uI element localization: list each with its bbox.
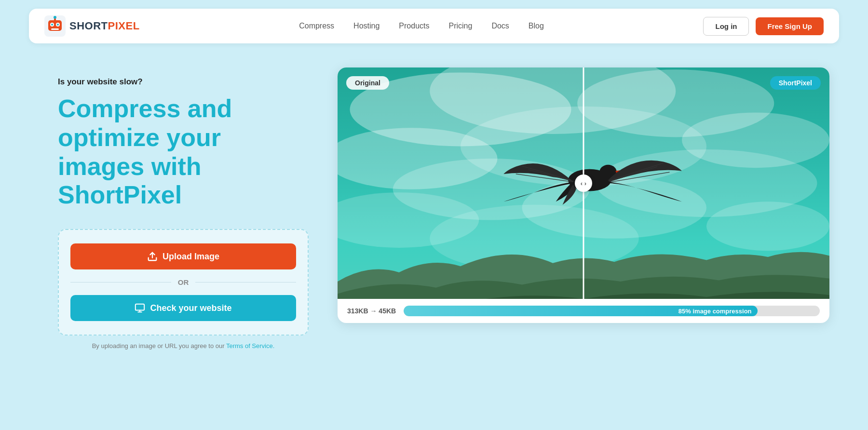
terms-text: By uploading an image or URL you agree t… [58, 342, 309, 349]
monitor-icon [135, 303, 145, 313]
login-button[interactable]: Log in [703, 17, 749, 36]
nav-blog[interactable]: Blog [529, 22, 544, 30]
logo-icon [44, 15, 66, 37]
nav-docs[interactable]: Docs [491, 22, 509, 30]
hero-left: Is your website slow? Compress and optim… [58, 63, 309, 349]
check-website-button[interactable]: Check your website [70, 295, 296, 321]
nav-pricing[interactable]: Pricing [448, 22, 472, 30]
svg-rect-9 [136, 304, 144, 310]
hero-title: Compress and optimize your images with S… [58, 94, 309, 210]
nav-products[interactable]: Products [399, 22, 429, 30]
svg-point-21 [706, 202, 829, 251]
compression-label: 85% image compression [678, 308, 752, 315]
logo[interactable]: SHORTPIXEL [44, 15, 140, 37]
compare-image-wrap: Original ShortPixel ‹ › [338, 67, 829, 299]
or-divider: OR [70, 278, 296, 286]
file-sizes: 313KB → 45KB [347, 307, 396, 315]
hero-subtitle: Is your website slow? [58, 77, 309, 87]
svg-point-5 [57, 24, 59, 26]
upload-button[interactable]: Upload Image [70, 243, 296, 269]
divider-arrows: ‹ › [581, 180, 586, 187]
upload-icon [147, 251, 158, 262]
svg-point-8 [54, 16, 56, 19]
progress-bar-fill: 85% image compression [404, 306, 757, 316]
compare-footer: 313KB → 45KB 85% image compression [338, 299, 829, 323]
signup-button[interactable]: Free Sign Up [756, 17, 824, 35]
svg-point-4 [51, 24, 53, 26]
svg-rect-6 [51, 28, 59, 30]
navbar: SHORTPIXEL Compress Hosting Products Pri… [29, 9, 839, 43]
logo-text: SHORTPIXEL [69, 20, 140, 32]
nav-compress[interactable]: Compress [299, 22, 334, 30]
upload-box: Upload Image OR Check your website [58, 229, 309, 336]
nav-links: Compress Hosting Products Pricing Docs B… [299, 22, 544, 30]
nav-hosting[interactable]: Hosting [353, 22, 380, 30]
hero-right: Original ShortPixel ‹ › 313KB → 45KB 85%… [338, 63, 829, 323]
progress-bar-wrap: 85% image compression [404, 306, 820, 316]
label-original: Original [346, 76, 389, 90]
hero-section: Is your website slow? Compress and optim… [0, 43, 868, 400]
terms-link[interactable]: Terms of Service. [226, 342, 274, 349]
label-shortpixel: ShortPixel [770, 76, 821, 90]
compare-divider-handle[interactable]: ‹ › [575, 175, 592, 192]
nav-actions: Log in Free Sign Up [703, 17, 824, 36]
compare-card: Original ShortPixel ‹ › 313KB → 45KB 85%… [338, 67, 829, 323]
